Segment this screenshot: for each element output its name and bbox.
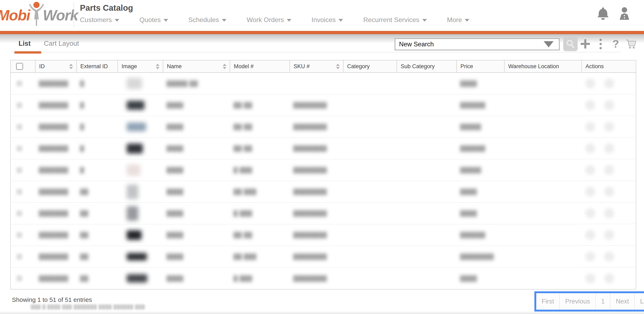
row-action-icon[interactable]: [604, 274, 614, 283]
nav-item-more[interactable]: More: [447, 16, 470, 24]
cell-warehouse: [504, 268, 582, 289]
row-action-icon[interactable]: [585, 78, 595, 88]
redacted-name: ████: [167, 254, 184, 260]
row-checkbox[interactable]: [16, 102, 22, 108]
column-header-price: Price: [456, 60, 504, 72]
row-checkbox[interactable]: [16, 124, 22, 130]
pagination-next[interactable]: Next: [610, 293, 635, 310]
row-action-icon[interactable]: [604, 165, 614, 175]
row-action-icon[interactable]: [585, 122, 595, 132]
caret-down-icon: [422, 19, 427, 22]
search-button[interactable]: [563, 37, 578, 51]
row-checkbox[interactable]: [16, 146, 22, 152]
cell-category: [343, 268, 397, 289]
user-icon[interactable]: [618, 7, 630, 20]
cell-actions: [582, 73, 636, 94]
saved-search-select[interactable]: New Search: [395, 38, 560, 50]
column-header-name[interactable]: Name: [163, 60, 230, 72]
cell-sku: [290, 72, 343, 94]
redacted-ext: ██: [80, 275, 88, 282]
row-checkbox[interactable]: [16, 276, 22, 281]
cell-actions: [582, 159, 636, 181]
sort-icon[interactable]: [336, 64, 340, 69]
redacted-price: ██████: [460, 232, 486, 238]
nav-item-schedules[interactable]: Schedules: [188, 16, 226, 24]
nav-item-recurrent-services[interactable]: Recurrent Services: [363, 16, 427, 24]
redacted-sku: ████████: [293, 124, 327, 130]
row-checkbox[interactable]: [16, 189, 22, 195]
row-action-icon[interactable]: [585, 252, 595, 262]
part-image-thumbnail: [127, 230, 142, 240]
row-action-icon[interactable]: [604, 78, 614, 88]
bell-icon[interactable]: [597, 7, 609, 20]
pagination-previous[interactable]: Previous: [560, 293, 596, 310]
redacted-sku: ████████: [293, 167, 327, 173]
cell-model: ██ ███: [230, 181, 290, 202]
row-action-icon[interactable]: [604, 122, 614, 132]
row-checkbox[interactable]: [16, 167, 22, 173]
help-button[interactable]: ?: [608, 37, 624, 51]
row-checkbox[interactable]: [16, 254, 22, 260]
row-action-icon[interactable]: [585, 208, 595, 218]
table-row: ██████████████ ███████████████: [10, 116, 636, 138]
nav-item-invoices[interactable]: Invoices: [312, 16, 343, 24]
redacted-name: ████: [167, 145, 184, 152]
row-checkbox[interactable]: [16, 210, 22, 216]
cell-select: [10, 159, 35, 181]
cell-image: [118, 202, 163, 224]
cell-id: ███████: [35, 94, 76, 116]
row-action-icon[interactable]: [585, 230, 595, 240]
cell-ext: █: [76, 116, 118, 138]
more-options-button[interactable]: [593, 37, 608, 51]
nav-item-work-orders[interactable]: Work Orders: [246, 16, 291, 24]
redacted-id: ███████: [39, 102, 68, 108]
redacted-sku: ████████: [293, 232, 327, 238]
mobiwork-logo[interactable]: Mobi Work: [3, 1, 72, 30]
cell-price: █████: [456, 159, 504, 181]
column-header-image[interactable]: Image: [118, 60, 163, 72]
sort-icon[interactable]: [69, 64, 73, 69]
nav-item-customers[interactable]: Customers: [80, 16, 119, 24]
row-checkbox[interactable]: [16, 80, 22, 86]
row-action-icon[interactable]: [585, 100, 595, 110]
row-action-icon[interactable]: [585, 187, 595, 196]
row-action-icon[interactable]: [604, 252, 614, 262]
row-action-icon[interactable]: [585, 165, 595, 175]
tab-list[interactable]: List: [18, 40, 31, 54]
redacted-name: ████: [167, 210, 184, 216]
redacted-ext: ██: [80, 254, 88, 260]
column-header-id[interactable]: ID: [35, 60, 76, 72]
cell-category: [343, 181, 397, 202]
table-row: ███████████████ ████████████████: [10, 224, 636, 246]
pagination-first[interactable]: First: [536, 293, 560, 310]
sort-icon[interactable]: [156, 64, 160, 69]
table-row: █████████████ ████████████████: [10, 159, 636, 181]
pagination-1[interactable]: 1: [596, 293, 610, 310]
redacted-price: ████████: [460, 254, 494, 260]
nav-item-quotes[interactable]: Quotes: [140, 16, 168, 24]
cart-button[interactable]: [624, 37, 639, 51]
cell-id: ███████: [35, 246, 76, 268]
nav-item-label: Quotes: [140, 16, 161, 24]
add-button[interactable]: [578, 37, 593, 51]
tab-cart-layout[interactable]: Cart Layout: [44, 40, 79, 54]
kebab-menu-icon: [600, 39, 602, 49]
redacted-name: ████: [167, 188, 184, 195]
redacted-ext: █: [80, 102, 84, 108]
row-checkbox[interactable]: [16, 232, 22, 238]
cell-price: ████: [456, 181, 504, 202]
row-action-icon[interactable]: [585, 144, 595, 153]
row-action-icon[interactable]: [604, 187, 614, 196]
cell-name: ████: [163, 202, 230, 224]
cell-image: [118, 224, 163, 246]
select-all-checkbox[interactable]: [16, 63, 23, 70]
pagination-last[interactable]: Last: [635, 293, 644, 310]
sort-icon[interactable]: [223, 64, 226, 69]
row-action-icon[interactable]: [604, 230, 614, 240]
cell-ext: █: [76, 94, 118, 116]
row-action-icon[interactable]: [604, 100, 614, 110]
row-action-icon[interactable]: [604, 208, 614, 218]
row-action-icon[interactable]: [604, 144, 614, 153]
column-header-sku[interactable]: SKU #: [290, 60, 343, 72]
row-action-icon[interactable]: [585, 274, 595, 283]
